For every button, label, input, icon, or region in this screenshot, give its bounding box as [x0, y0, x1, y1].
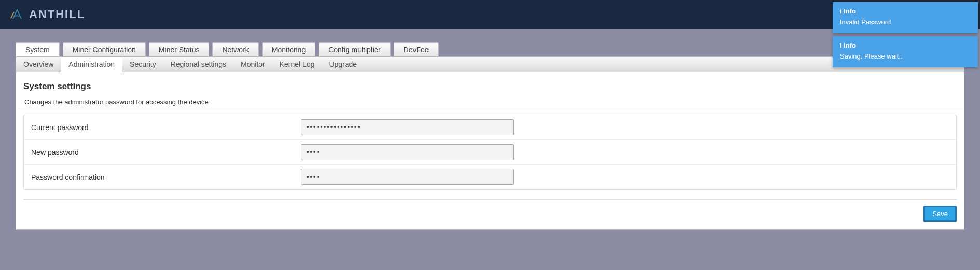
row-confirm-password: Password confirmation: [24, 165, 956, 189]
anthill-logo-icon: [10, 8, 24, 21]
subtab-monitor[interactable]: Monitor: [233, 57, 272, 72]
tab-system[interactable]: System: [16, 42, 60, 56]
toast-message: Saving. Please wait..: [840, 52, 971, 60]
brand-name: ANTHILL: [29, 8, 85, 21]
tab-miner-configuration[interactable]: Miner Configuration: [63, 42, 146, 56]
settings-panel: System settings Changes the administrato…: [16, 72, 964, 230]
label-current-password: Current password: [31, 123, 301, 132]
subtab-regional-settings[interactable]: Regional settings: [163, 57, 233, 72]
sub-tab-row: Overview Administration Security Regiona…: [16, 56, 964, 72]
row-new-password: New password: [24, 140, 956, 165]
toast-message: Invalid Password: [840, 18, 971, 26]
tab-monitoring[interactable]: Monitoring: [262, 42, 315, 56]
input-new-password[interactable]: [301, 144, 514, 160]
input-confirm-password[interactable]: [301, 169, 514, 185]
subtab-overview[interactable]: Overview: [16, 57, 61, 72]
row-current-password: Current password: [24, 115, 956, 140]
panel-footer: Save: [23, 199, 957, 222]
subtab-kernel-log[interactable]: Kernel Log: [272, 57, 322, 72]
toast-title: i Info: [840, 7, 971, 15]
input-current-password[interactable]: [301, 119, 514, 135]
panel-description: Changes the administrator password for a…: [17, 96, 963, 108]
tab-network[interactable]: Network: [212, 42, 258, 56]
subtab-administration[interactable]: Administration: [61, 57, 122, 72]
main-tab-row: System Miner Configuration Miner Status …: [16, 42, 964, 56]
toast-title: i Info: [840, 41, 971, 49]
tab-miner-status[interactable]: Miner Status: [149, 42, 210, 56]
label-new-password: New password: [31, 148, 301, 157]
panel-title: System settings: [16, 78, 964, 96]
label-confirm-password: Password confirmation: [31, 173, 301, 181]
save-button[interactable]: Save: [923, 206, 957, 222]
tab-devfee[interactable]: DevFee: [394, 42, 439, 56]
toast-invalid-password[interactable]: i Info Invalid Password: [833, 2, 978, 33]
tab-config-multiplier[interactable]: Config multiplier: [319, 42, 390, 56]
subtab-upgrade[interactable]: Upgrade: [322, 57, 364, 72]
password-form: Current password New password Password c…: [23, 115, 957, 190]
subtab-security[interactable]: Security: [122, 57, 163, 72]
toast-saving[interactable]: i Info Saving. Please wait..: [833, 36, 978, 67]
brand-logo: ANTHILL: [10, 8, 85, 21]
toast-container: i Info Invalid Password i Info Saving. P…: [833, 2, 978, 67]
